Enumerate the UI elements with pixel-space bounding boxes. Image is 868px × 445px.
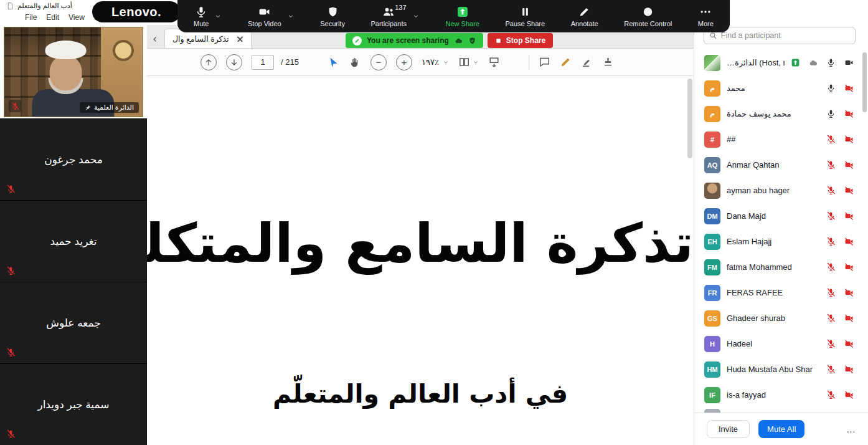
camera-off-icon[interactable] (844, 160, 854, 170)
mic-muted-icon[interactable] (826, 262, 836, 272)
menu-view[interactable]: View (68, 13, 85, 22)
screen-share-banner: You are screen sharing Stop Share (346, 33, 553, 48)
remote-control-button[interactable]: Remote Control (624, 6, 672, 27)
camera-off-icon[interactable] (844, 339, 854, 348)
mic-muted-icon[interactable] (826, 186, 836, 195)
highlight-tool[interactable] (581, 56, 593, 68)
tab-close-icon[interactable] (237, 36, 243, 42)
video-tile-participant-3[interactable]: جمعه علوش (0, 282, 147, 363)
mic-on-icon[interactable] (826, 84, 836, 93)
camera-off-icon[interactable] (844, 390, 854, 400)
camera-off-icon[interactable] (844, 237, 854, 246)
participants-options-chevron-icon[interactable] (412, 12, 420, 20)
video-tile-participant-2[interactable]: تغريد حميد (0, 200, 147, 282)
mic-muted-icon[interactable] (826, 160, 836, 170)
more-button[interactable]: More (698, 6, 714, 27)
participant-row[interactable]: DM Dana Majd (694, 203, 862, 229)
annotate-button[interactable]: Annotate (571, 6, 598, 27)
lenovo-logo: Lenovo. (92, 1, 181, 22)
new-share-button[interactable]: New Share (446, 6, 479, 27)
zoom-out-button[interactable]: − (370, 54, 387, 70)
video-tile-participant-1[interactable]: محمد جرغون (0, 118, 147, 200)
camera-off-icon[interactable] (844, 262, 854, 272)
participant-row[interactable]: H Hadeel (694, 331, 862, 356)
pdf-page[interactable]: تذكرة السامع والمتكلم في أدب العالم والم… (147, 76, 694, 445)
video-tile-host[interactable]: الدائرة العلمية (0, 25, 147, 118)
participant-row[interactable]: # ## (694, 127, 862, 152)
page-number-input[interactable] (252, 55, 274, 70)
select-tool[interactable] (328, 56, 340, 69)
participant-row-host[interactable]: …الدائرة (Host, me) (694, 50, 862, 75)
page-display-dropdown[interactable] (458, 56, 479, 68)
pause-share-button[interactable]: Pause Share (505, 6, 545, 27)
security-button[interactable]: Security (320, 6, 345, 27)
search-input[interactable] (721, 31, 850, 40)
camera-off-icon[interactable] (844, 186, 854, 195)
participant-row[interactable]: AQ Anmar Qahtan (694, 152, 862, 178)
camera-off-icon[interactable] (844, 109, 854, 118)
participant-row[interactable]: FR FERAS RAFEE (694, 280, 862, 305)
video-tile-participant-4[interactable]: سمية جبر دويدار (0, 363, 147, 445)
mic-muted-icon[interactable] (826, 390, 836, 400)
camera-off-icon[interactable] (844, 84, 854, 93)
zoom-level-value: ١٩٧٪ (422, 57, 439, 67)
mic-muted-icon[interactable] (826, 135, 836, 144)
mic-muted-icon[interactable] (826, 211, 836, 221)
avatar (704, 183, 720, 199)
menu-file[interactable]: File (25, 13, 37, 22)
window-title: أدب العالم والمتعلم (17, 2, 72, 10)
participant-row[interactable]: ayman abu hager (694, 178, 862, 203)
zoom-in-button[interactable]: + (396, 54, 412, 70)
mic-muted-icon[interactable] (826, 313, 836, 323)
scroll-mode-button[interactable] (488, 56, 500, 68)
camera-on-icon[interactable] (844, 58, 854, 67)
mic-muted-icon[interactable] (826, 237, 836, 246)
tab-overflow-chevron-icon[interactable] (151, 35, 159, 44)
draw-tool[interactable] (560, 56, 572, 68)
camera-off-icon[interactable] (844, 211, 854, 221)
participant-name: محمد يوسف حمادة (727, 109, 820, 118)
participant-row[interactable]: FM fatma Mohammed (694, 254, 862, 280)
previous-page-button[interactable] (200, 54, 217, 70)
participant-name: محمد (727, 84, 820, 93)
stop-video-button[interactable]: Stop Video (248, 6, 281, 27)
stamp-tool[interactable] (602, 56, 614, 68)
calligraphy-title: تذكرة السامع والمتكلم (147, 212, 694, 274)
participant-row[interactable]: IF is-a fayyad (694, 382, 862, 408)
mute-button[interactable]: Mute (194, 6, 209, 27)
mic-on-icon[interactable] (826, 58, 836, 67)
menu-edit[interactable]: Edit (46, 13, 59, 22)
camera-off-icon[interactable] (844, 313, 854, 323)
mic-muted-icon[interactable] (826, 365, 836, 374)
mic-muted-icon[interactable] (826, 288, 836, 297)
avatar: AQ (704, 157, 720, 173)
mute-all-button[interactable]: Mute All (758, 420, 804, 438)
participants-scrollbar[interactable] (862, 52, 867, 112)
video-options-chevron-icon[interactable] (287, 12, 295, 20)
mic-on-icon[interactable] (826, 109, 836, 118)
camera-off-icon[interactable] (844, 365, 854, 374)
participant-row[interactable]: م محمد (694, 75, 862, 101)
participants-icon (382, 6, 395, 18)
comment-tool[interactable] (539, 56, 550, 68)
host-video-feed: الدائرة العلمية (4, 27, 143, 117)
participant-row[interactable]: HM Huda Mustafa Abu Shar (694, 356, 862, 382)
pdf-toolbar: / 215 − + ١٩٧٪ (147, 49, 694, 76)
camera-off-icon[interactable] (844, 135, 854, 144)
participant-row[interactable]: م محمد يوسف حمادة (694, 101, 862, 127)
next-page-button[interactable] (226, 54, 242, 70)
camera-off-icon[interactable] (844, 288, 854, 297)
participant-row[interactable]: GS Ghadeer shurab (694, 305, 862, 331)
participant-row[interactable]: EH Eslam Hajajj (694, 229, 862, 254)
invite-button[interactable]: Invite (707, 420, 750, 438)
zoom-level-dropdown[interactable]: ١٩٧٪ (422, 57, 449, 67)
participant-name: …الدائرة (Host, me) (727, 58, 785, 67)
participants-button[interactable]: 137 Participants (370, 6, 406, 27)
footer-more-button[interactable]: … (846, 424, 856, 434)
hand-tool[interactable] (349, 56, 361, 68)
mute-options-chevron-icon[interactable] (214, 12, 222, 20)
stop-share-button[interactable]: Stop Share (488, 33, 553, 48)
pdf-scrollbar[interactable] (687, 79, 692, 158)
mic-muted-icon[interactable] (826, 339, 836, 348)
participant-name: Dana Majd (727, 211, 820, 221)
